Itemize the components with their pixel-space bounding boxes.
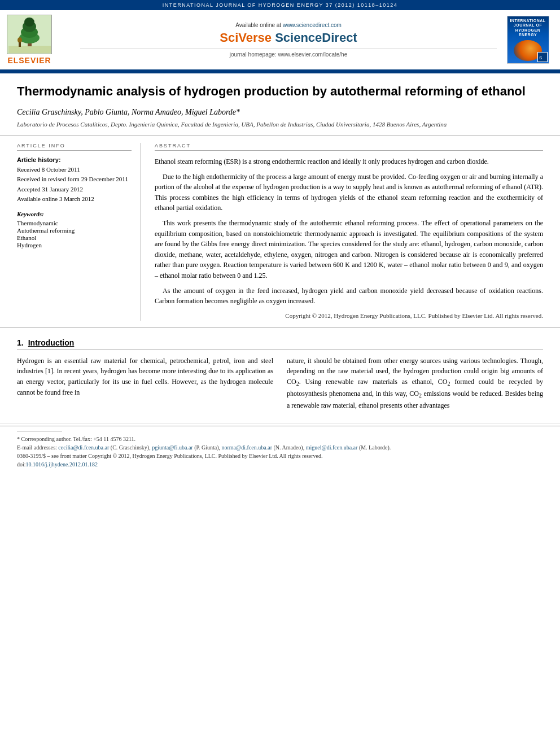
abstract-text: Ethanol steam reforming (ESR) is a stron… [155, 156, 543, 321]
received-1: Received 8 October 2011 [17, 165, 132, 174]
copyright-line: Copyright © 2012, Hydrogen Energy Public… [155, 311, 543, 321]
article-info-abstract: ARTICLE INFO Article history: Received 8… [0, 136, 560, 328]
elsevier-tree-svg [8, 16, 51, 53]
elsevier-label: ELSEVIER [7, 56, 51, 65]
sciencedirect-text: ScienceDirect [275, 30, 357, 45]
section-number: 1. [17, 338, 24, 347]
abstract-para-3: This work presents the thermodynamic stu… [155, 218, 543, 281]
abstract-para-2: Due to the high endothermicity of the pr… [155, 172, 543, 213]
article-title: Thermodynamic analysis of hydrogen produ… [17, 84, 543, 100]
article-title-section: Thermodynamic analysis of hydrogen produ… [0, 73, 560, 136]
introduction-section: 1. Introduction Hydrogen is an essential… [0, 328, 560, 424]
intro-col-right: nature, it should be obtained from other… [287, 356, 543, 416]
cover-badge: S [537, 52, 548, 62]
footnote-divider [17, 431, 62, 431]
available-online-text: Available online at www.sciencedirect.co… [235, 22, 342, 28]
corresponding-author-line: * Corresponding author. Tel./fax: +54 11… [17, 435, 543, 443]
abstract-header: ABSTRACT [155, 143, 543, 151]
received-revised: Received in revised form 29 December 201… [17, 175, 132, 184]
journal-bar-text: INTERNATIONAL JOURNAL OF HYDROGEN ENERGY… [163, 2, 398, 8]
section-title: Introduction [28, 338, 75, 347]
sciencedirect-link[interactable]: www.sciencedirect.com [283, 22, 342, 28]
svg-rect-7 [19, 42, 21, 47]
keyword-hydrogen: Hydrogen [17, 242, 132, 248]
elsevier-logo: ELSEVIER [7, 15, 52, 65]
doi-link[interactable]: 10.1016/j.ijhydene.2012.01.182 [26, 461, 98, 468]
intro-para-right: nature, it should be obtained from other… [287, 356, 543, 411]
journal-homepage: journal homepage: www.elsevier.com/locat… [80, 49, 497, 58]
intro-para-left: Hydrogen is an essential raw material fo… [17, 356, 273, 397]
affiliation: Laboratorio de Procesos Catalíticos, Dep… [17, 120, 543, 129]
email-line: E-mail addresses: cecilia@di.fcen.uba.ar… [17, 443, 543, 452]
header: ELSEVIER Available online at www.science… [0, 10, 560, 71]
keyword-autothermal: Autothermal reforming [17, 227, 132, 234]
keyword-thermodynamic: Thermodynamic [17, 220, 132, 226]
authors: Cecilia Graschinsky, Pablo Giunta, Norma… [17, 108, 543, 117]
intro-two-col: Hydrogen is an essential raw material fo… [17, 356, 543, 416]
email-4[interactable]: miguel@di.fcen.uba.ar [306, 444, 358, 451]
abstract-column: ABSTRACT Ethanol steam reforming (ESR) i… [152, 143, 543, 321]
article-info-column: ARTICLE INFO Article history: Received 8… [17, 143, 141, 321]
cover-title: INTERNATIONAL JOURNAL OF HYDROGEN ENERGY [510, 19, 545, 38]
email-3[interactable]: norma@di.fcen.uba.ar [222, 444, 272, 451]
elsevier-logo-area: ELSEVIER [7, 15, 75, 65]
email-1[interactable]: cecilia@di.fcen.uba.ar [58, 444, 109, 451]
header-center: Available online at www.sciencedirect.co… [80, 15, 497, 65]
available-online-date: Available online 3 March 2012 [17, 195, 132, 203]
footnote-corresponding: * Corresponding author. Tel./fax: +54 11… [17, 435, 543, 469]
page: INTERNATIONAL JOURNAL OF HYDROGEN ENERGY… [0, 0, 560, 747]
footnote-area: * Corresponding author. Tel./fax: +54 11… [0, 426, 560, 475]
article-history-label: Article history: [17, 156, 132, 163]
sciverse-logo: SciVerse ScienceDirect [220, 30, 357, 45]
svg-text:S: S [539, 55, 542, 60]
journal-bar: INTERNATIONAL JOURNAL OF HYDROGEN ENERGY… [0, 0, 560, 10]
accepted: Accepted 31 January 2012 [17, 185, 132, 194]
keywords-label: Keywords: [17, 211, 132, 217]
svg-point-5 [24, 18, 34, 27]
email-2[interactable]: pgiunta@fi.uba.ar [152, 444, 193, 451]
intro-text-left: Hydrogen is an essential raw material fo… [17, 356, 273, 397]
abstract-para-1: Ethanol steam reforming (ESR) is a stron… [155, 156, 543, 167]
keyword-ethanol: Ethanol [17, 234, 132, 241]
cover-badge-icon: S [538, 53, 547, 62]
elsevier-tree-graphic [7, 15, 52, 54]
article-info-header: ARTICLE INFO [17, 143, 132, 151]
intro-text-right: nature, it should be obtained from other… [287, 356, 543, 411]
journal-homepage-label: journal homepage: www.elsevier.com/locat… [230, 51, 347, 58]
journal-cover: INTERNATIONAL JOURNAL OF HYDROGEN ENERGY… [507, 16, 549, 64]
abstract-para-4: As the amount of oxygen in the feed incr… [155, 286, 543, 307]
svg-point-6 [18, 37, 22, 43]
issn-line: 0360-3199/$ – see front matter Copyright… [17, 452, 543, 460]
svg-rect-0 [8, 46, 51, 53]
intro-title-row: 1. Introduction [17, 338, 543, 350]
journal-cover-area: INTERNATIONAL JOURNAL OF HYDROGEN ENERGY… [502, 15, 553, 65]
intro-col-left: Hydrogen is an essential raw material fo… [17, 356, 273, 416]
doi-line: doi:10.1016/j.ijhydene.2012.01.182 [17, 460, 543, 469]
sciverse-text: SciVerse [220, 30, 275, 45]
